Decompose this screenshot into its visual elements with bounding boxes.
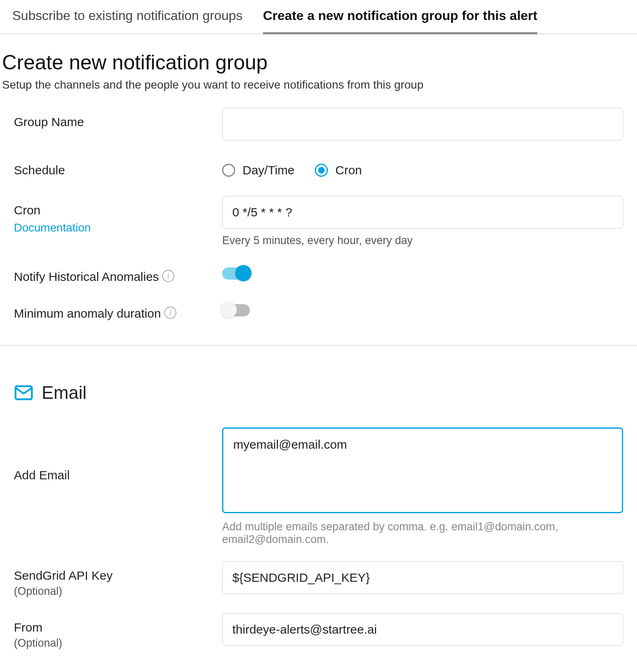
row-cron: Cron Documentation Every 5 minutes, ever… [14, 196, 623, 247]
row-schedule: Schedule Day/Time Cron [14, 156, 623, 180]
add-email-helper: Add multiple emails separated by comma. … [222, 521, 623, 546]
add-email-textarea[interactable]: myemail@email.com [222, 427, 623, 513]
min-duration-label: Minimum anomaly duration [14, 307, 161, 320]
group-name-label: Group Name [14, 108, 222, 129]
email-form: Add Email myemail@email.com Add multiple… [0, 427, 637, 650]
row-group-name: Group Name [14, 108, 623, 140]
page-title: Create new notification group [0, 34, 637, 78]
row-sendgrid: SendGrid API Key (Optional) [14, 561, 623, 598]
section-divider [0, 345, 637, 346]
schedule-radio-group: Day/Time Cron [222, 156, 623, 180]
from-input[interactable] [222, 613, 623, 646]
from-label: From [14, 621, 222, 634]
radio-daytime[interactable]: Day/Time [222, 163, 294, 177]
add-email-label: Add Email [14, 427, 222, 482]
sendgrid-optional: (Optional) [14, 585, 222, 598]
notification-form: Group Name Schedule Day/Time Cron Cron D [0, 108, 637, 320]
schedule-label: Schedule [14, 156, 222, 177]
radio-daytime-label: Day/Time [243, 163, 294, 177]
page-subtitle: Setup the channels and the people you wa… [0, 78, 637, 108]
info-icon[interactable]: i [162, 270, 174, 282]
info-icon[interactable]: i [164, 307, 176, 319]
tab-subscribe-existing[interactable]: Subscribe to existing notification group… [12, 8, 243, 33]
group-name-input[interactable] [222, 108, 623, 140]
sendgrid-label: SendGrid API Key [14, 569, 222, 583]
row-from: From (Optional) [14, 613, 623, 650]
notify-historical-label: Notify Historical Anomalies [14, 270, 159, 284]
email-section-title: Email [42, 383, 87, 403]
cron-label: Cron [14, 203, 222, 217]
tabs: Subscribe to existing notification group… [0, 0, 637, 34]
cron-input[interactable] [222, 196, 623, 229]
cron-description: Every 5 minutes, every hour, every day [222, 234, 623, 247]
min-duration-toggle[interactable] [222, 304, 250, 316]
tab-create-new[interactable]: Create a new notification group for this… [263, 8, 537, 34]
email-section-header: Email [0, 383, 637, 427]
cron-documentation-link[interactable]: Documentation [14, 221, 91, 234]
radio-cron-label: Cron [335, 163, 362, 177]
row-add-email: Add Email myemail@email.com Add multiple… [14, 427, 623, 546]
row-min-duration: Minimum anomaly duration i [14, 299, 623, 320]
sendgrid-input[interactable] [222, 561, 623, 594]
radio-circle-checked-icon [315, 164, 328, 177]
row-notify-historical: Notify Historical Anomalies i [14, 263, 623, 284]
mail-icon [14, 383, 33, 403]
notify-historical-toggle[interactable] [222, 267, 250, 280]
from-optional: (Optional) [14, 637, 222, 650]
radio-cron[interactable]: Cron [315, 163, 362, 177]
radio-circle-icon [222, 164, 235, 177]
